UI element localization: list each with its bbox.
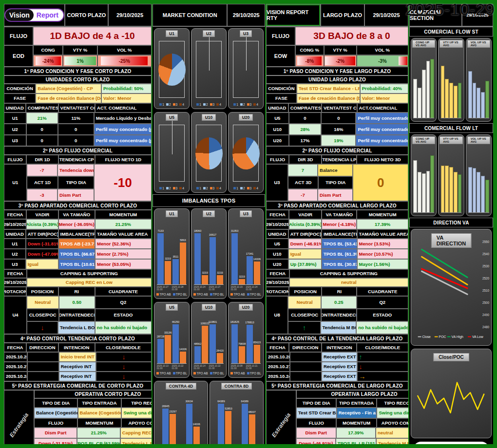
mini-bar [473, 83, 477, 118]
legend-item: TPO BL [173, 372, 187, 375]
cell: COMPRA/TEST V [288, 103, 322, 112]
gauge-header: VTY % [324, 45, 357, 55]
cell: 2025.10.27 2 [4, 362, 27, 372]
cell: Fase de creación Balance (Desaceleración… [36, 93, 101, 103]
cell: U8 [266, 296, 288, 334]
pie-chart-U20: U201234 [228, 112, 264, 193]
cell: Perfil muy concentrado (posible [356, 112, 408, 124]
cell: TPOS BL (61.3%) [322, 249, 357, 259]
svg-text:2480: 2480 [482, 325, 490, 329]
cell: 21.25% [95, 219, 152, 229]
legend-item: 4 [179, 187, 184, 190]
va-direction-chip: VA DIRECTION [431, 233, 472, 248]
bar-value: 64389 [241, 400, 248, 403]
table-row: 2025.10.24 23:3Receptivo EXT→ [266, 372, 408, 381]
bar-value: 30634 [185, 400, 192, 403]
svg-text:Close: Close [422, 335, 431, 338]
rotacion-block: U8Neutral0.25Q2CLOSE/POCCONTRATENDECIAES… [266, 296, 408, 334]
pie-row-1: U11234U21234U31234 [153, 27, 265, 111]
legend-item: 2 [203, 187, 208, 190]
bar-group: 180603233 [194, 222, 208, 284]
cell: Perfil muy concentrado (posible Ten [94, 124, 152, 135]
cell: -3 [27, 189, 57, 201]
cell: FLUJO [296, 418, 336, 428]
eod-label: EOD [4, 45, 33, 67]
cell: 0 [26, 124, 58, 135]
mini-bar [426, 61, 430, 118]
cell: Balance (Cogestión) - S [78, 408, 122, 418]
bar-value: 3233 [239, 275, 245, 278]
chart-legend: 1234 [159, 186, 184, 191]
section-title: 3º PASO APARTADO COMERCIAL LARGO PLAZO [266, 201, 408, 210]
bar-value: 85623 [253, 341, 261, 344]
legend-item: TPO AB [193, 293, 208, 296]
chart-legend: TPO ABTPO BL [230, 292, 261, 297]
cell: U5 [266, 112, 289, 124]
corto-plazo-title: CORTO PLAZO [65, 4, 108, 26]
flow-st-charts: CONG UP VS AVGVTY UP VS AVGVOL UP VS AVG [409, 37, 493, 123]
cell: Igual [26, 259, 58, 269]
mini-bar [413, 79, 417, 118]
cell: Tendencia M BO [376, 438, 408, 444]
cell: Tendencia L BO [120, 438, 152, 444]
cell: FECHA [4, 269, 27, 278]
bar-bl: 16617 [210, 237, 216, 284]
vision-report-rty-title[interactable]: VISION REPORT RTY [266, 4, 321, 26]
bar-value: 64389 [217, 400, 225, 403]
cell: FLUJO [4, 155, 26, 164]
mini-bar [485, 81, 489, 118]
cell: TPOS BL LP (151.35 [336, 438, 377, 444]
flujo-value: 1D BAJO de 4 a -10 [33, 27, 152, 45]
close-poc-chart: Close/POC [411, 349, 492, 438]
legend-item: 1 [196, 103, 201, 106]
legend-item: TPO AB [156, 372, 171, 375]
bar-group: 35115863 [172, 222, 186, 284]
table-row: CONDICIÓNBalance (Cogestión) - CPProbabi… [4, 84, 152, 93]
flow-lt-title: COMERCIAL FLOW LT [409, 123, 493, 133]
cell: VENTA/TEST COMPRA [58, 103, 95, 112]
flow-st-title: COMERCIAL FLOW ST [409, 27, 493, 37]
legend-swatch [173, 293, 175, 296]
cell: ↑ [357, 352, 408, 362]
bar-value: 28728 [157, 335, 164, 338]
bar-group: 17881385623 [247, 316, 260, 363]
bar-bl: 30634 [186, 404, 192, 444]
table-row: FECHADIRECCIONINTENCIONCLOSE/MIDDLE [266, 343, 408, 352]
pie-chart-U2: U21234 [191, 28, 227, 109]
close-poc-chip: Close/POC [433, 353, 469, 361]
cell: DIRECCION [26, 343, 58, 352]
flujo-subrow: -7Dism Part [288, 189, 353, 201]
bar-group: 2694523297 [162, 394, 176, 444]
legend-swatch [196, 103, 199, 106]
no-compartido-button[interactable]: ✓ No compartido [413, 442, 489, 444]
cell: TPOS AB (-23.71%) [58, 239, 95, 249]
cell [27, 362, 59, 372]
table-row: U1Down (-31.81%)TPOS AB (-23.71%)Menor (… [4, 239, 152, 249]
bar-ab: 48007 [249, 414, 255, 444]
cell: CLOSE/POC [27, 309, 59, 321]
cell: TPOS BL (53.41%) [322, 239, 357, 249]
cell: Perfil muy concentrado (posible [356, 135, 408, 146]
cell: Menor (10.57%) [357, 249, 408, 259]
bar-ab: 79838 [239, 346, 245, 363]
cell [290, 372, 322, 381]
bar-ab: 3233 [217, 275, 223, 284]
mini-bars [413, 144, 434, 213]
pie-area [229, 121, 262, 186]
cell: Valor: Menor [101, 93, 152, 103]
bar-plot: 7133323335115863 [157, 217, 187, 285]
bar-bl: 48562 [194, 346, 201, 363]
table-row: U3IgualTPOS BL (10.61%)Menor (53.05%) [4, 259, 152, 269]
cell: 2025.10.28 2 [4, 352, 27, 362]
cell: FECHA [266, 343, 289, 352]
bar-ab: 14006 [180, 352, 186, 363]
comercial-section-column: COMERCIAL SECTION 29/10/2025 COMERCIAL F… [409, 4, 493, 444]
cell: U3 [4, 259, 26, 269]
cell: 17.39% [336, 428, 376, 438]
cell: neutral [376, 428, 408, 438]
vision-report-logo[interactable]: Vision Report [4, 4, 65, 26]
cell: ROTACION [4, 287, 26, 296]
chart-legend: TPO ABTPO BL [230, 371, 261, 376]
cell: UNIDAD [4, 229, 26, 239]
mini-bar [473, 168, 477, 212]
